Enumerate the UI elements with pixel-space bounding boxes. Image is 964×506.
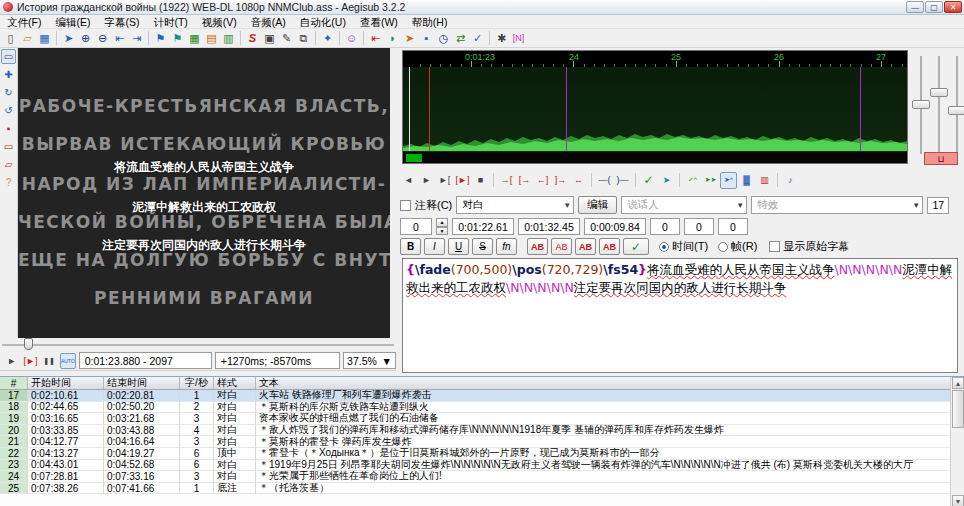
margin-left-input[interactable]: 0 xyxy=(650,218,680,235)
audio-wave-area[interactable] xyxy=(403,67,907,151)
video-display[interactable]: РАБОЧЕ-КРЕСТЬЯНСКАЯ ВЛАСТЬ, ВЫРВАВ ИСТЕК… xyxy=(18,48,390,338)
automation-icon[interactable]: ✦ xyxy=(319,30,336,47)
properties-icon[interactable]: ▣ xyxy=(261,30,278,47)
new-subtitles-icon[interactable]: ▯ xyxy=(2,30,19,47)
scale-icon[interactable]: ▪ xyxy=(1,121,16,136)
horizontal-zoom-thumb[interactable] xyxy=(912,100,930,109)
underline-button[interactable]: U xyxy=(448,238,469,255)
duration-input[interactable]: 0:00:09.84 xyxy=(584,218,646,235)
layer-stepper[interactable]: ▲▼ xyxy=(436,218,448,235)
auto-commit-icon[interactable]: ✓ᴬ xyxy=(684,172,701,189)
snap-end-to-video-icon[interactable]: ⚑ xyxy=(169,30,186,47)
linebreak-mode-icon[interactable]: [N] xyxy=(510,30,527,47)
styles-manager-icon[interactable]: S xyxy=(244,30,261,47)
menu-subtitle[interactable]: 字幕(S) xyxy=(97,15,146,29)
volume-slider[interactable] xyxy=(956,56,958,154)
subtitle-row[interactable]: 19 0:03:16.65 0:03:21.68 3 对白 资本家收买的奸细点燃… xyxy=(0,413,964,425)
margin-vertical-input[interactable]: 0 xyxy=(718,218,748,235)
col-header-end[interactable]: 结束时间 xyxy=(104,377,180,389)
goto-selection-icon[interactable]: ➤ xyxy=(658,172,675,189)
col-header-cps[interactable]: 字/秒 xyxy=(180,377,214,389)
italic-button[interactable]: I xyxy=(424,238,445,255)
audio-waveform-display[interactable]: 0:01:23 24 25 26 27 xyxy=(402,50,908,164)
actor-select[interactable]: 说话人 ▼ xyxy=(621,196,747,214)
subtitle-row[interactable]: 24 0:07:28.81 0:07:33.16 3 对白 ＊光荣属于那些牺牲在… xyxy=(0,471,964,483)
vertical-zoom-slider[interactable] xyxy=(938,56,940,154)
next-line-icon[interactable]: ► xyxy=(418,172,435,189)
subtitle-row[interactable]: 20 0:03:33.85 0:03:43.88 4 对白 ＊敌人炸毁了我们的弹… xyxy=(0,425,964,437)
video-details-icon[interactable]: ▦ xyxy=(186,30,203,47)
save-subtitles-icon[interactable]: ▦ xyxy=(36,30,53,47)
col-header-text[interactable]: 文本 xyxy=(256,377,964,389)
video-jump-end-icon[interactable]: ⇥ xyxy=(128,30,145,47)
video-seek-bar[interactable] xyxy=(0,338,396,351)
grid-scrollbar[interactable]: ▲ ▼ xyxy=(950,377,964,506)
menu-automation[interactable]: 自动化(U) xyxy=(293,15,353,29)
play-line-icon[interactable]: [►] xyxy=(454,172,471,189)
video-jump-start-icon[interactable]: ⇤ xyxy=(111,30,128,47)
open-audio-icon[interactable]: ▥ xyxy=(220,30,237,47)
commit-button[interactable]: ✓ xyxy=(623,238,649,255)
zoom-in-icon[interactable]: ⊕ xyxy=(77,30,94,47)
scroll-up-icon[interactable]: ▲ xyxy=(952,377,964,389)
spectrum-toggle-icon[interactable]: ▓ xyxy=(738,172,755,189)
bold-button[interactable]: B xyxy=(400,238,421,255)
volume-thumb[interactable] xyxy=(948,106,964,115)
col-header-style[interactable]: 样式 xyxy=(214,377,256,389)
play-last-500-icon[interactable]: ←] xyxy=(534,172,551,189)
subtitle-row[interactable]: 23 0:04:43.01 0:04:52.68 6 对白 ＊1919年9月25… xyxy=(0,460,964,472)
jump-to-icon[interactable]: ➤ xyxy=(60,30,77,47)
fonts-collector-icon[interactable]: ⧉ xyxy=(295,30,312,47)
subtitle-text-edit[interactable]: {\fade(700,500)\pos(720,729)\fs54}将流血受难的… xyxy=(402,258,958,373)
subtitle-row[interactable]: 17 0:02:10.61 0:02:20.81 1 对白 火车站 铁路修理厂和… xyxy=(0,390,964,402)
start-time-input[interactable]: 0:01:22.61 xyxy=(452,218,514,235)
subtitle-row[interactable]: 18 0:02:44.65 0:02:50.20 2 对白 ＊莫斯科的库尔斯克铁… xyxy=(0,402,964,414)
play-selection-icon[interactable]: ►[ xyxy=(436,172,453,189)
seek-thumb[interactable] xyxy=(24,338,33,350)
timing-postprocessor-icon[interactable]: ◷ xyxy=(435,30,452,47)
font-face-button[interactable]: fn xyxy=(496,238,517,255)
subtitle-row[interactable]: 21 0:04:12.77 0:04:16.64 3 对白 ＊莫斯科的霍登卡 弹… xyxy=(0,436,964,448)
secondary-color-button[interactable]: AB xyxy=(551,238,572,255)
selection-start-marker[interactable] xyxy=(429,67,430,151)
open-video-icon[interactable]: ▤ xyxy=(203,30,220,47)
karaoke-mode-icon[interactable]: ♪ xyxy=(782,172,799,189)
menu-timing[interactable]: 计时(T) xyxy=(146,15,194,29)
play-to-end-icon[interactable]: ↔ xyxy=(570,172,587,189)
snap-start-to-video-icon[interactable]: ⚑ xyxy=(152,30,169,47)
video-play-line-button[interactable]: [►] xyxy=(23,353,39,369)
kanji-timer-icon[interactable]: ⇄ xyxy=(452,30,469,47)
prev-line-icon[interactable]: ◄ xyxy=(400,172,417,189)
comment-checkbox[interactable] xyxy=(400,200,411,211)
play-500-before-icon[interactable]: →[ xyxy=(498,172,515,189)
maximize-button[interactable]: ▢ xyxy=(925,1,943,13)
paste-over-icon[interactable]: ◗ xyxy=(384,30,401,47)
stepper-up-icon[interactable]: ▲ xyxy=(436,218,448,227)
shadow-color-button[interactable]: AB xyxy=(599,238,620,255)
menu-video[interactable]: 视频(V) xyxy=(195,15,244,29)
rotate-z-icon[interactable]: ↻ xyxy=(1,85,16,100)
help-icon[interactable]: ? xyxy=(1,175,16,190)
auto-next-icon[interactable]: ➤➤ xyxy=(702,172,719,189)
vertical-link-icon[interactable]: ▥ xyxy=(756,172,773,189)
minimize-button[interactable]: — xyxy=(906,1,924,13)
strikeout-button[interactable]: S xyxy=(472,238,493,255)
video-pause-button[interactable]: ❚❚ xyxy=(41,353,57,369)
grid-scroll-thumb[interactable] xyxy=(952,390,964,428)
outline-color-button[interactable]: AB xyxy=(575,238,596,255)
scroll-down-icon[interactable]: ▼ xyxy=(952,495,964,506)
clip-rect-icon[interactable]: ▭ xyxy=(1,139,16,154)
insert-original-icon[interactable]: ▪ xyxy=(418,30,435,47)
video-play-button[interactable]: ► xyxy=(4,353,20,369)
effect-select[interactable]: 特效 ▼ xyxy=(751,196,923,214)
stop-icon[interactable]: ■ xyxy=(472,172,489,189)
vector-clip-icon[interactable]: ▱ xyxy=(1,157,16,172)
menu-view[interactable]: 查看(W) xyxy=(353,15,405,29)
translation-assistant-icon[interactable]: ☺ xyxy=(343,30,360,47)
attachments-icon[interactable]: ✎ xyxy=(278,30,295,47)
layer-input[interactable]: 0 xyxy=(400,218,432,235)
stepper-down-icon[interactable]: ▼ xyxy=(436,227,448,236)
subtitle-row[interactable]: 22 0:04:13.27 0:04:19.27 6 顶中 ＊霍登卡（＊Ходы… xyxy=(0,448,964,460)
lead-in-icon[interactable]: ―( xyxy=(596,172,613,189)
margin-right-input[interactable]: 0 xyxy=(684,218,714,235)
